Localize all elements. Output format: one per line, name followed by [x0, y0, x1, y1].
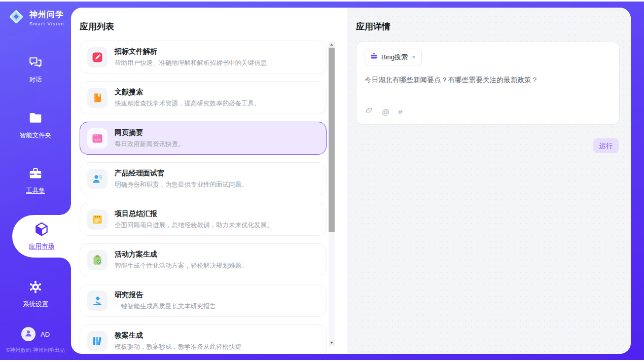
sidebar-item-label: 工具集 [0, 187, 71, 195]
app-title: 活动方案生成 [115, 250, 248, 259]
app-desc: 模板驱动，教案秒成，教学准备从此轻松快捷 [115, 343, 241, 351]
sidebar-item-label: 应用市场 [12, 242, 71, 251]
clipboard-check-icon [87, 250, 108, 270]
app-list: 招标文件解析 帮助用户快速、准确地理解和解析招标书中的关键信息 文献搜索 [80, 41, 347, 354]
app-detail-section: 应用详情 Bing搜索 × 今日湖北有哪些新闻要点？有哪些需要关注的最新政策？ [347, 8, 631, 354]
app-desc: 快速精准查找学术资源，提高研究效率的必备工具。 [115, 99, 261, 108]
mention-icon[interactable]: @ [382, 107, 389, 116]
gear-icon [0, 279, 71, 297]
app-detail-title: 应用详情 [356, 21, 390, 32]
app-window: 神州问学 Smart Vision 对话 智能文件夹 [0, 2, 644, 360]
app-title: 招标文件解析 [115, 47, 267, 56]
prompt-card: Bing搜索 × 今日湖北有哪些新闻要点？有哪些需要关注的最新政策？ @ # [356, 42, 620, 125]
brand-logo: 神州问学 Smart Vision [7, 8, 64, 28]
sidebar-item-app-market[interactable]: 应用市场 [12, 215, 71, 258]
chat-icon [0, 55, 71, 72]
sidebar-item-smart-folder[interactable]: 智能文件夹 [0, 111, 71, 140]
research-icon [87, 291, 108, 311]
book-icon [87, 88, 108, 108]
sidebar-item-label: 对话 [0, 76, 71, 84]
app-title: 项目总结汇报 [115, 209, 273, 219]
toolbox-icon [0, 166, 71, 183]
brand-name: 神州问学 [29, 10, 64, 19]
close-icon[interactable]: × [411, 54, 416, 60]
list-item-research-report[interactable]: 研究报告 一键智能生成高质量长文本研究报告 [80, 284, 327, 317]
brand-tagline: Smart Vision [29, 21, 64, 26]
browser-code-icon: </> [87, 128, 108, 149]
sidebar: 神州问学 Smart Vision 对话 智能文件夹 [0, 2, 71, 360]
app-desc: 帮助用户快速、准确地理解和解析招标书中的关键信息 [115, 59, 267, 67]
brand-text: 神州问学 Smart Vision [29, 10, 64, 26]
topic-icon[interactable]: # [398, 107, 402, 116]
user-initials: AD [41, 331, 50, 338]
list-item-lesson-plan[interactable]: 教案生成 模板驱动，教案秒成，教学准备从此轻松快捷 [80, 324, 327, 354]
sidebar-item-toolset[interactable]: 工具集 [0, 166, 71, 195]
tool-tag-bing-search[interactable]: Bing搜索 × [365, 49, 422, 65]
list-item-bid-doc-analysis[interactable]: 招标文件解析 帮助用户快速、准确地理解和解析招标书中的关键信息 [80, 41, 327, 74]
user-account[interactable]: AD [0, 327, 71, 341]
diamond-logo-icon [7, 8, 25, 28]
document-edit-icon [87, 47, 108, 67]
list-item-web-summary[interactable]: </> 网页摘要 每日政府新闻资讯快查。 [80, 122, 327, 155]
list-item-pm-interviewer[interactable]: 产品经理面试官 明确身份和职责，为您提供专业性的面试问题。 [80, 162, 327, 195]
sidebar-item-chat[interactable]: 对话 [0, 55, 71, 84]
sidebar-item-label: 智能文件夹 [0, 131, 71, 140]
app-list-title: 应用列表 [80, 21, 114, 32]
list-item-event-plan[interactable]: 活动方案生成 智能生成个性化活动方案，轻松解决规划难题。 [80, 243, 327, 276]
sidebar-item-label: 系统设置 [0, 300, 71, 309]
app-desc: 全面回顾项目进展，总结经验教训，助力未来优化发展。 [115, 221, 273, 230]
app-desc: 智能生成个性化活动方案，轻松解决规划难题。 [115, 262, 248, 270]
app-desc: 每日政府新闻资讯快查。 [115, 140, 185, 149]
copyright-text: ©神州数码·神州问学出品 [0, 347, 71, 354]
app-title: 研究报告 [115, 291, 216, 300]
scroll-down-button[interactable] [329, 340, 335, 346]
scrollbar[interactable] [329, 42, 335, 346]
scrollbar-thumb[interactable] [329, 48, 335, 232]
person-icon [24, 329, 33, 340]
app-title: 文献搜索 [115, 88, 261, 97]
folder-icon [0, 111, 71, 128]
triangle-up-icon [330, 44, 333, 46]
cube-icon [33, 230, 50, 239]
briefcase-icon [370, 52, 378, 62]
avatar [21, 327, 35, 341]
note-icon [87, 209, 108, 230]
sidebar-item-settings[interactable]: 系统设置 [0, 279, 71, 309]
list-item-literature-search[interactable]: 文献搜索 快速精准查找学术资源，提高研究效率的必备工具。 [80, 81, 327, 114]
interviewer-icon [87, 169, 108, 189]
list-item-project-summary[interactable]: 项目总结汇报 全面回顾项目进展，总结经验教训，助力未来优化发展。 [80, 203, 327, 236]
prompt-input[interactable]: 今日湖北有哪些新闻要点？有哪些需要关注的最新政策？ [365, 76, 611, 85]
prompt-toolbar: @ # [365, 106, 403, 117]
app-list-section: 应用列表 招标文件解析 帮助用户快速、准确地理解和解析招标书中的关键信息 [71, 8, 347, 354]
tool-tag-label: Bing搜索 [381, 53, 408, 62]
app-title: 教案生成 [115, 331, 241, 340]
app-desc: 一键智能生成高质量长文本研究报告 [115, 302, 216, 311]
main-panel: 应用列表 招标文件解析 帮助用户快速、准确地理解和解析招标书中的关键信息 [71, 8, 631, 354]
app-title: 网页摘要 [115, 128, 185, 137]
app-title: 产品经理面试官 [115, 169, 248, 178]
scroll-up-button[interactable] [329, 42, 335, 48]
triangle-down-icon [330, 342, 333, 344]
svg-text:</>: </> [94, 137, 101, 141]
books-icon [87, 331, 108, 351]
run-button[interactable]: 运行 [593, 138, 619, 153]
app-desc: 明确身份和职责，为您提供专业性的面试问题。 [115, 180, 248, 189]
paperclip-icon[interactable] [365, 106, 373, 117]
